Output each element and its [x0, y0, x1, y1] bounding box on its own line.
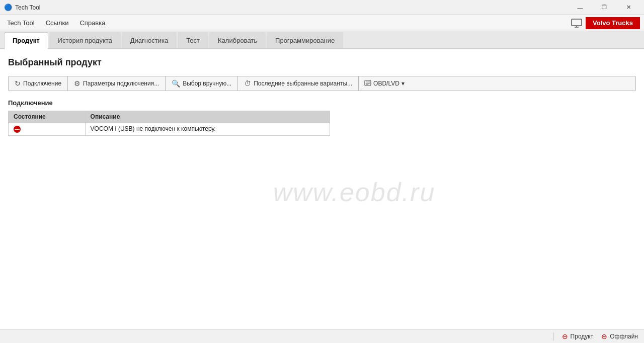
table-row: VOCOM I (USB) не подключен к компьютеру.: [9, 123, 330, 136]
params-label: Параметры подключения...: [83, 80, 159, 87]
tab-product[interactable]: Продукт: [4, 32, 48, 49]
recent-icon: ⏱: [244, 79, 251, 88]
status-product: ⊖ Продукт: [562, 332, 594, 340]
minimize-button[interactable]: —: [569, 0, 592, 15]
main-content: Выбранный продукт ↻ Подключение ⚙ Параме…: [0, 49, 644, 329]
product-status-icon: ⊖: [562, 332, 568, 340]
status-divider: [553, 332, 554, 340]
search-icon: 🔍: [172, 79, 180, 88]
obd-dropdown-arrow: ▾: [401, 80, 405, 87]
monitor-icon: [570, 17, 584, 29]
col-status: Состояние: [9, 111, 86, 123]
obd-button[interactable]: OBD/LVD ▾: [359, 76, 410, 91]
titlebar: 🔵 Tech Tool — ❐ ✕: [0, 0, 644, 15]
menu-help[interactable]: Справка: [74, 17, 110, 29]
status-offline: ⊖ Оффлайн: [601, 332, 638, 340]
connection-section-title: Подключение: [8, 99, 636, 107]
description-cell: VOCOM I (USB) не подключен к компьютеру.: [85, 123, 330, 136]
titlebar-left: 🔵 Tech Tool: [4, 4, 40, 12]
manual-label: Выбор вручную...: [183, 80, 231, 87]
svg-rect-0: [572, 19, 582, 26]
page-title: Выбранный продукт: [8, 57, 636, 68]
menu-links[interactable]: Ссылки: [41, 17, 74, 29]
connection-table: Состояние Описание VOCOM I (USB) не подк…: [8, 111, 330, 136]
tab-product-history[interactable]: История продукта: [49, 32, 121, 48]
maximize-button[interactable]: ❐: [593, 0, 616, 15]
connect-label: Подключение: [23, 80, 61, 87]
manual-select-button[interactable]: 🔍 Выбор вручную...: [166, 76, 238, 91]
recent-label: Последние выбранные варианты...: [254, 80, 352, 87]
titlebar-controls[interactable]: — ❐ ✕: [569, 0, 640, 15]
offline-status-label: Оффлайн: [610, 333, 638, 340]
close-button[interactable]: ✕: [617, 0, 640, 15]
titlebar-title: Tech Tool: [15, 4, 40, 11]
menubar-right: Volvo Trucks: [570, 17, 642, 29]
error-status-icon: [14, 126, 21, 133]
connection-params-button[interactable]: ⚙ Параметры подключения...: [68, 76, 166, 91]
obd-icon: [364, 79, 371, 88]
tabbar: Продукт История продукта Диагностика Тес…: [0, 31, 644, 49]
obd-label: OBD/LVD: [373, 80, 399, 87]
tab-test[interactable]: Тест: [178, 32, 208, 48]
connect-button[interactable]: ↻ Подключение: [9, 76, 68, 91]
toolbar: ↻ Подключение ⚙ Параметры подключения...…: [8, 76, 636, 91]
menu-techtool[interactable]: Tech Tool: [2, 17, 40, 29]
recent-button[interactable]: ⏱ Последние выбранные варианты...: [238, 76, 359, 91]
offline-status-icon: ⊖: [601, 332, 607, 340]
status-cell: [9, 123, 86, 136]
params-icon: ⚙: [74, 79, 80, 88]
tab-programming[interactable]: Программирование: [267, 32, 343, 48]
connect-icon: ↻: [15, 79, 21, 88]
statusbar: ⊖ Продукт ⊖ Оффлайн: [0, 329, 644, 343]
product-status-label: Продукт: [571, 333, 594, 340]
tab-diagnostics[interactable]: Диагностика: [122, 32, 177, 48]
app-icon: 🔵: [4, 4, 12, 12]
watermark: www.eobd.ru: [273, 177, 436, 207]
menubar-left: Tech Tool Ссылки Справка: [2, 17, 110, 29]
menubar: Tech Tool Ссылки Справка Volvo Trucks: [0, 15, 644, 31]
col-description: Описание: [85, 111, 330, 123]
tab-calibrate[interactable]: Калибровать: [209, 32, 266, 48]
volvo-trucks-button[interactable]: Volvo Trucks: [586, 17, 640, 29]
